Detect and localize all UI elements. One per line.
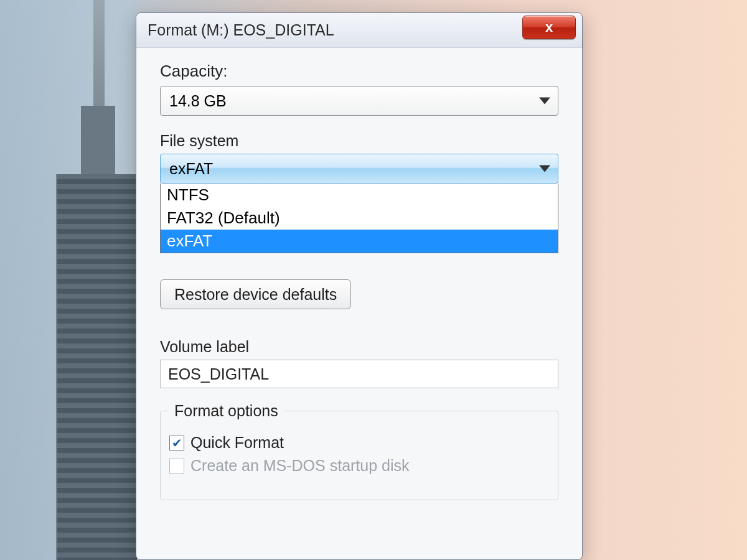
- filesystem-option-exfat[interactable]: exFAT: [161, 230, 558, 253]
- format-dialog: Format (M:) EOS_DIGITAL x Capacity: 14.8…: [136, 12, 583, 560]
- capacity-select[interactable]: 14.8 GB: [160, 86, 558, 116]
- restore-defaults-button[interactable]: Restore device defaults: [160, 279, 351, 309]
- close-button[interactable]: x: [522, 16, 576, 39]
- filesystem-dropdown: NTFS FAT32 (Default) exFAT: [160, 184, 558, 253]
- dialog-title: Format (M:) EOS_DIGITAL: [148, 21, 334, 39]
- msdos-row: ✔ Create an MS-DOS startup disk: [169, 457, 549, 475]
- filesystem-select[interactable]: exFAT: [160, 154, 558, 184]
- wallpaper-antenna: [93, 0, 105, 112]
- filesystem-option-ntfs[interactable]: NTFS: [161, 184, 558, 207]
- format-options-group: Format options ✔ Quick Format ✔ Create a…: [160, 402, 558, 500]
- filesystem-value: exFAT: [169, 160, 213, 178]
- close-icon: x: [545, 19, 553, 35]
- format-options-legend: Format options: [169, 402, 283, 420]
- restore-defaults-label: Restore device defaults: [174, 286, 337, 304]
- volume-label-label: Volume label: [160, 338, 558, 356]
- titlebar[interactable]: Format (M:) EOS_DIGITAL x: [136, 13, 582, 48]
- volume-label-input[interactable]: [160, 360, 558, 388]
- wallpaper-area: [0, 0, 137, 560]
- wallpaper-tower-top: [81, 106, 115, 180]
- quick-format-checkbox[interactable]: ✔: [169, 436, 184, 450]
- capacity-label: Capacity:: [160, 62, 558, 81]
- filesystem-label: File system: [160, 132, 558, 150]
- dialog-body: Capacity: 14.8 GB File system exFAT NTFS…: [136, 48, 582, 500]
- chevron-down-icon: [539, 98, 550, 105]
- quick-format-label: Quick Format: [190, 434, 284, 452]
- chevron-down-icon: [539, 166, 550, 172]
- quick-format-row: ✔ Quick Format: [169, 434, 549, 452]
- wallpaper-tower: [56, 174, 137, 560]
- filesystem-option-fat32[interactable]: FAT32 (Default): [161, 207, 558, 230]
- msdos-label: Create an MS-DOS startup disk: [190, 457, 410, 475]
- msdos-checkbox: ✔: [169, 459, 184, 474]
- capacity-value: 14.8 GB: [169, 92, 227, 110]
